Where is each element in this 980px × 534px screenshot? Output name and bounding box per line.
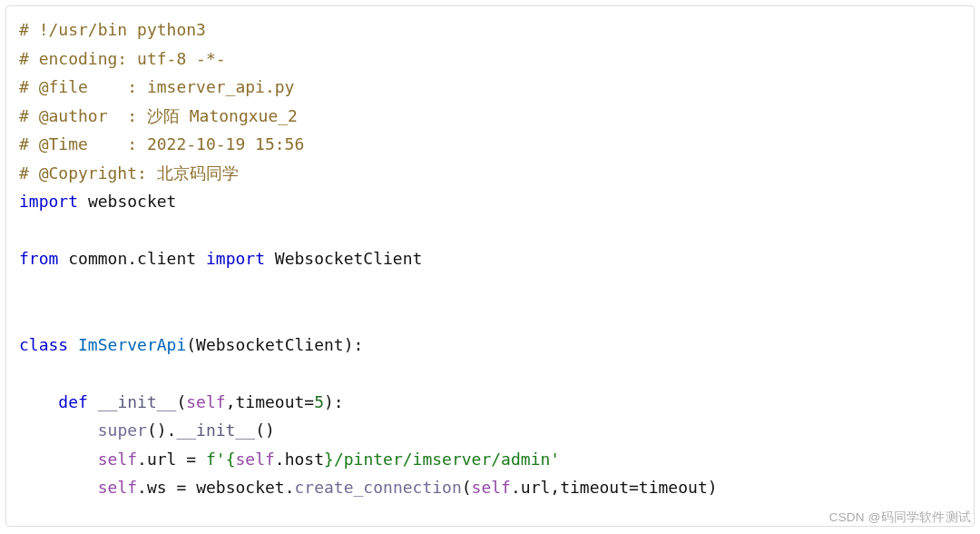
class-name: ImServerApi xyxy=(78,335,186,354)
keyword-from: from xyxy=(19,249,58,268)
code-block: # !/usr/bin python3 # encoding: utf-8 -*… xyxy=(5,5,975,527)
keyword-import: import xyxy=(206,249,265,268)
attr-name: url xyxy=(521,478,551,497)
module-name: websocket xyxy=(88,192,177,211)
comment-line: # @Time : 2022-10-19 15:56 xyxy=(19,134,304,153)
module-name: common xyxy=(68,249,127,268)
attr-name: host xyxy=(285,450,324,469)
self-ref: self xyxy=(98,450,137,469)
builtin-super: super xyxy=(98,420,147,440)
function-call: create_connection xyxy=(295,478,462,497)
comment-line: # @Copyright: 北京码同学 xyxy=(19,163,239,183)
keyword-def: def xyxy=(58,392,88,411)
string-literal: /pinter/imserver/admin xyxy=(334,450,550,469)
watermark-text: CSDN @码同学软件测试 xyxy=(829,507,971,529)
brace-close: } xyxy=(324,450,334,469)
attr-name: url xyxy=(147,450,177,469)
self-ref: self xyxy=(472,478,511,497)
base-class: WebsocketClient xyxy=(196,335,344,354)
comment-line: # !/usr/bin python3 xyxy=(19,20,206,39)
fstring-prefix: f xyxy=(206,450,216,469)
self-ref: self xyxy=(98,478,137,497)
module-ref: websocket xyxy=(196,478,285,497)
self-param: self xyxy=(186,392,225,411)
class-ref: WebsocketClient xyxy=(275,249,423,268)
dunder-init: __init__ xyxy=(176,420,255,440)
module-name: client xyxy=(137,249,196,268)
string-quote: ' xyxy=(216,450,226,469)
kwarg-value: timeout xyxy=(639,478,708,497)
comment-line: # @file : imserver_api.py xyxy=(19,77,294,96)
self-ref: self xyxy=(235,450,274,469)
comment-line: # encoding: utf-8 -*- xyxy=(19,49,226,68)
keyword-import: import xyxy=(19,192,78,211)
number-literal: 5 xyxy=(314,392,324,411)
comment-line: # @author : 沙陌 Matongxue_2 xyxy=(19,106,298,125)
attr-name: ws xyxy=(147,478,167,497)
kwarg-name: timeout xyxy=(560,478,629,497)
code-pre: # !/usr/bin python3 # encoding: utf-8 -*… xyxy=(19,15,961,502)
method-name: __init__ xyxy=(98,392,177,411)
brace-open: { xyxy=(226,450,236,469)
string-quote: ' xyxy=(550,450,560,469)
keyword-class: class xyxy=(19,335,68,354)
param-name: timeout xyxy=(235,392,304,411)
